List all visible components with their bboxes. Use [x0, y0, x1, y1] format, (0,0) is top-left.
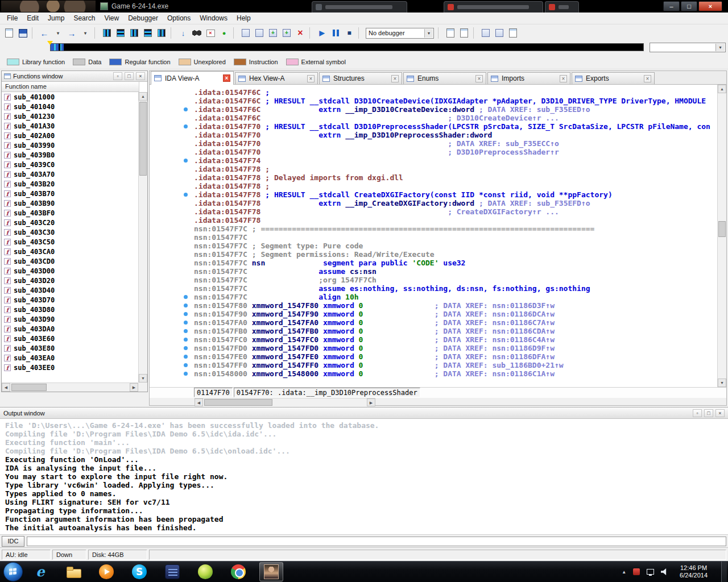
- close-tab-icon[interactable]: ×: [223, 74, 230, 82]
- function-list-item[interactable]: fsub_403EE0: [2, 363, 139, 372]
- disassembly-line[interactable]: .idata:01547F74: [150, 156, 718, 165]
- open-enums-button[interactable]: [253, 26, 266, 40]
- tab-exports[interactable]: Exports×: [572, 72, 655, 84]
- disassembly-line[interactable]: nsn:01547F7C ; =========================…: [150, 225, 718, 233]
- close-button[interactable]: ×: [698, 1, 722, 11]
- taskbar-blue-app-button[interactable]: [160, 562, 184, 581]
- disassembly-line[interactable]: .idata:01547F78 ;: [150, 182, 718, 190]
- function-list-item[interactable]: fsub_403D70: [2, 295, 139, 305]
- taskbar-skype-button[interactable]: S: [127, 562, 151, 581]
- debugger-selector[interactable]: No debugger▾: [366, 28, 434, 39]
- disassembly-view[interactable]: .idata:01547F6C ;.idata:01547F6C ; HRESU…: [150, 85, 718, 387]
- output-close-button[interactable]: ×: [715, 409, 725, 417]
- disassembly-line[interactable]: .idata:01547F70 extrn __imp_D3D10Preproc…: [150, 131, 718, 139]
- navband-view-2-button[interactable]: [114, 26, 127, 40]
- show-desktop-button[interactable]: [721, 562, 727, 582]
- tab-ida-view-a[interactable]: IDA View-A×: [151, 71, 234, 85]
- open-file-button[interactable]: [2, 26, 16, 40]
- jump-to-address-button[interactable]: ↓: [176, 26, 190, 40]
- function-list-item[interactable]: fsub_403DA0: [2, 324, 139, 334]
- output-window-titlebar[interactable]: Output window ▫ □ ×: [0, 408, 728, 419]
- jump-forward-history-button[interactable]: ▾: [78, 26, 92, 40]
- scroll-left-icon[interactable]: ◀: [2, 383, 10, 392]
- clock[interactable]: 12:46 PM 6/24/2014: [675, 564, 712, 579]
- taskbar-green-app-button[interactable]: [193, 562, 217, 581]
- menu-jump[interactable]: Jump: [43, 13, 69, 23]
- menu-edit[interactable]: Edit: [22, 13, 43, 23]
- menu-options[interactable]: Options: [163, 13, 195, 23]
- function-list-item[interactable]: fsub_403EA0: [2, 353, 139, 363]
- debugger-windows-button[interactable]: [444, 26, 457, 40]
- disassembly-line[interactable]: nsn:01547F7C ; Segment type: Pure code: [150, 242, 718, 250]
- scrollbar-thumb[interactable]: [718, 221, 726, 237]
- disassembly-line[interactable]: nsn:01547F7C assume cs:nsn: [150, 267, 718, 276]
- analysis-indicator-button[interactable]: ●: [217, 26, 231, 40]
- scroll-up-icon[interactable]: ▲: [718, 85, 726, 93]
- scrollbar-thumb[interactable]: [139, 102, 147, 176]
- scroll-right-icon[interactable]: ▶: [367, 398, 375, 406]
- volume-icon[interactable]: [661, 568, 668, 575]
- network-icon[interactable]: [647, 569, 654, 575]
- menu-windows[interactable]: Windows: [195, 13, 232, 23]
- scroll-left-icon[interactable]: ◀: [195, 398, 203, 406]
- taskbar-media-player-button[interactable]: [94, 562, 118, 581]
- disassembly-line[interactable]: .idata:01547F6C extrn __imp_D3D10CreateD…: [150, 105, 718, 114]
- disassembly-line[interactable]: nsn:01547FF0 xmmword_1547FF0 xmmword 0 ;…: [150, 361, 718, 369]
- scroll-right-icon[interactable]: ▶: [130, 383, 138, 392]
- navband-view-5-button[interactable]: [155, 26, 168, 40]
- stop-process-button[interactable]: ■: [342, 26, 356, 40]
- taskbar-active-window-button[interactable]: [259, 562, 283, 581]
- function-list-item[interactable]: fsub_403CD0: [2, 256, 139, 266]
- function-list-item[interactable]: fsub_403990: [2, 140, 139, 150]
- scroll-up-icon[interactable]: ▲: [139, 92, 147, 101]
- close-tab-icon[interactable]: ×: [560, 75, 567, 82]
- disassembly-line[interactable]: .idata:01547F78 ;: [150, 165, 718, 173]
- tab-imports[interactable]: Imports×: [487, 72, 570, 84]
- output-maximize-button[interactable]: □: [704, 409, 713, 417]
- navigation-band[interactable]: [50, 43, 644, 51]
- disassembly-line[interactable]: nsn:01548000 xmmword_1548000 xmmword 0 ;…: [150, 369, 718, 378]
- function-list-item[interactable]: fsub_401A30: [2, 121, 139, 131]
- close-window-button[interactable]: [506, 26, 520, 40]
- minimize-button[interactable]: –: [663, 1, 680, 11]
- disassembly-line[interactable]: nsn:01547F7C: [150, 233, 718, 242]
- function-list-item[interactable]: fsub_403D40: [2, 285, 139, 295]
- close-tab-icon[interactable]: ×: [475, 75, 483, 82]
- function-list-item[interactable]: fsub_403B90: [2, 198, 139, 208]
- add-structure-button[interactable]: +: [266, 26, 280, 40]
- function-list-item[interactable]: fsub_403CA0: [2, 247, 139, 256]
- scroll-down-icon[interactable]: ▼: [718, 379, 726, 387]
- maximize-button[interactable]: □: [681, 1, 697, 11]
- marked-image-button[interactable]: ×: [204, 26, 217, 40]
- delete-item-button[interactable]: ×: [293, 26, 307, 40]
- functions-float-button[interactable]: ▫: [113, 72, 122, 80]
- disassembly-line[interactable]: nsn:01547F7C align 10h: [150, 293, 718, 301]
- new-window-button[interactable]: [479, 26, 493, 40]
- tab-enums[interactable]: Enums×: [403, 72, 486, 84]
- function-list-item[interactable]: fsub_403A70: [2, 169, 139, 179]
- scrollbar-thumb[interactable]: [11, 384, 47, 391]
- functions-window-titlebar[interactable]: Functions window ▫ □ ×: [2, 71, 147, 82]
- disassembly-line[interactable]: nsn:01547F7C assume es:nothing, ss:nothi…: [150, 284, 718, 293]
- disassembly-line[interactable]: nsn:01547FE0 xmmword_1547FE0 xmmword 0 ;…: [150, 352, 718, 361]
- disassembly-line[interactable]: nsn:01547F90 xmmword_1547F90 xmmword 0 ;…: [150, 310, 718, 318]
- function-list-item[interactable]: fsub_403E80: [2, 343, 139, 353]
- disassembly-line[interactable]: .idata:01547F78 extrn __imp_CreateDXGIFa…: [150, 199, 718, 207]
- function-list-item[interactable]: fsub_403D20: [2, 276, 139, 285]
- close-tab-icon[interactable]: ×: [644, 75, 651, 82]
- navband-view-3-button[interactable]: [127, 26, 141, 40]
- menu-view[interactable]: View: [100, 13, 123, 23]
- disassembly-line[interactable]: .idata:01547F6C ;: [150, 88, 718, 97]
- disassembly-line[interactable]: nsn:01547FB0 xmmword_1547FB0 xmmword 0 ;…: [150, 327, 718, 335]
- disassembly-horizontal-scrollbar[interactable]: ◀ ▶: [195, 398, 375, 406]
- tab-structures[interactable]: Structures×: [319, 72, 402, 84]
- search-button[interactable]: [190, 26, 204, 40]
- function-list-item[interactable]: fsub_403BF0: [2, 208, 139, 218]
- menu-file[interactable]: File: [2, 13, 22, 23]
- navband-view-1-button[interactable]: [100, 26, 114, 40]
- disassembly-vertical-scrollbar[interactable]: ▲ ▼: [717, 85, 726, 387]
- function-list-item[interactable]: fsub_402A00: [2, 131, 139, 140]
- disassembly-line[interactable]: .idata:01547F78 ; Delayed imports from d…: [150, 173, 718, 182]
- pause-process-button[interactable]: [329, 26, 342, 40]
- save-database-button[interactable]: [16, 26, 30, 40]
